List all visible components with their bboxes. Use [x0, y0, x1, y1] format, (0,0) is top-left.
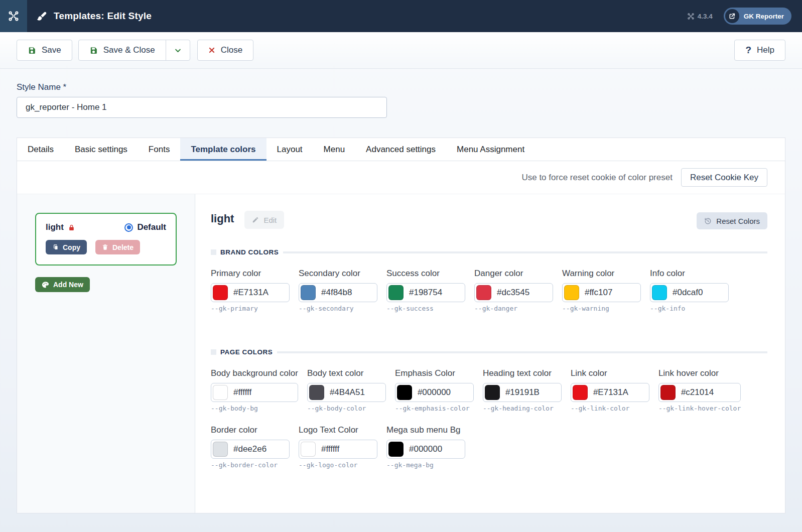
tab-advanced-settings[interactable]: Advanced settings [355, 138, 446, 161]
color-picker-input[interactable]: #19191B [483, 383, 562, 402]
pencil-icon [252, 216, 259, 223]
color-field-label: Border color [211, 425, 290, 435]
tab-basic-settings[interactable]: Basic settings [64, 138, 138, 161]
hex-value: #E7131A [233, 288, 269, 298]
color-picker-input[interactable]: #4f84b8 [299, 283, 377, 302]
save-close-button[interactable]: Save & Close [79, 40, 166, 60]
color-picker-input[interactable]: #dc3545 [474, 283, 553, 302]
reset-colors-button[interactable]: Reset Colors [697, 212, 767, 229]
copy-preset-button[interactable]: Copy [46, 240, 87, 254]
color-picker-input[interactable]: #ffffff [299, 440, 377, 459]
hex-value: #dc3545 [497, 288, 529, 298]
color-section: PAGE COLORSBody background color#ffffff-… [211, 348, 767, 469]
hex-value: #ffffff [233, 387, 251, 397]
color-swatch [485, 385, 500, 400]
hex-value: #dee2e6 [233, 444, 266, 454]
delete-preset-button[interactable]: Delete [95, 240, 140, 254]
color-field-label: Body background color [211, 368, 298, 378]
color-picker-input[interactable]: #198754 [386, 283, 465, 302]
css-var-name: --gk-body-color [307, 405, 386, 412]
default-radio[interactable] [124, 223, 133, 232]
color-swatch [309, 385, 324, 400]
color-picker-input[interactable]: #E7131A [211, 283, 290, 302]
color-picker-input[interactable]: #000000 [386, 440, 465, 459]
style-name-label: Style Name * [17, 82, 785, 92]
color-field: Body text color#4B4A51--gk-body-color [307, 368, 386, 412]
color-field: Info color#0dcaf0--gk-info [650, 269, 729, 312]
color-swatch [388, 442, 404, 457]
copy-icon [52, 244, 59, 250]
color-picker-input[interactable]: #000000 [395, 383, 474, 402]
color-picker-input[interactable]: #dee2e6 [211, 440, 290, 459]
color-field-label: Body text color [307, 368, 386, 378]
tab-fonts[interactable]: Fonts [138, 138, 181, 161]
close-icon [208, 47, 215, 54]
preset-card-light: light Default [35, 213, 177, 265]
external-link-icon [725, 9, 739, 23]
tab-details[interactable]: Details [17, 138, 64, 161]
edit-preset-button[interactable]: Edit [244, 211, 284, 229]
tab-menu-assignment[interactable]: Menu Assignment [446, 138, 535, 161]
color-field: Body background color#ffffff--gk-body-bg [211, 368, 298, 412]
color-picker-input[interactable]: #ffc107 [562, 283, 641, 302]
color-field-label: Logo Text Color [299, 425, 377, 435]
color-swatch [476, 285, 491, 300]
color-field: Danger color#dc3545--gk-danger [474, 269, 553, 312]
save-button[interactable]: Save [17, 40, 72, 61]
joomla-logo-icon[interactable] [0, 0, 27, 32]
page-title: Templates: Edit Style [54, 11, 152, 22]
toolbar: Save Save & Close Close ? He [0, 32, 802, 69]
save-icon [89, 46, 98, 55]
color-picker-input[interactable]: #4B4A51 [307, 383, 386, 402]
hex-value: #ffc107 [585, 288, 612, 298]
presets-panel: light Default [17, 194, 195, 513]
color-field-label: Warning color [562, 269, 641, 279]
tab-menu[interactable]: Menu [313, 138, 356, 161]
user-menu-button[interactable]: GK Reporter [724, 8, 791, 25]
color-field: Link color#E7131A--gk-link-color [571, 368, 649, 412]
help-button[interactable]: ? Help [734, 40, 785, 61]
section-title: PAGE COLORS [220, 348, 273, 356]
color-picker-input[interactable]: #c21014 [658, 383, 741, 402]
reset-cookie-key-button[interactable]: Reset Cookie Key [681, 168, 767, 187]
preset-editor-title: light [211, 212, 234, 225]
save-close-button-group: Save & Close [78, 40, 190, 61]
question-mark-icon: ? [745, 45, 751, 56]
color-swatch [301, 285, 316, 300]
style-name-input[interactable] [17, 97, 387, 118]
color-field-label: Info color [650, 269, 729, 279]
color-picker-input[interactable]: #0dcaf0 [650, 283, 729, 302]
default-radio-label[interactable]: Default [137, 222, 166, 232]
save-options-dropdown-button[interactable] [166, 40, 190, 60]
tab-bar: DetailsBasic settingsFontsTemplate color… [17, 138, 785, 161]
hex-value: #0dcaf0 [673, 288, 703, 298]
color-field-label: Danger color [474, 269, 553, 279]
color-picker-input[interactable]: #ffffff [211, 383, 298, 402]
color-swatch [213, 442, 228, 457]
color-picker-input[interactable]: #E7131A [571, 383, 649, 402]
color-field-label: Heading text color [483, 368, 562, 378]
color-swatch [301, 442, 316, 457]
color-field: Primary color#E7131A--gk-primary [211, 269, 290, 312]
color-swatch [397, 385, 412, 400]
default-radio-group[interactable]: Default [124, 222, 166, 232]
color-field-label: Secondary color [299, 269, 377, 279]
color-swatch [388, 285, 404, 300]
edit-style-card: DetailsBasic settingsFontsTemplate color… [17, 138, 785, 513]
add-new-preset-button[interactable]: Add New [35, 277, 90, 292]
color-field: Border color#dee2e6--gk-border-color [211, 425, 290, 469]
color-swatch [564, 285, 579, 300]
color-field: Logo Text Color#ffffff--gk-logo-color [299, 425, 377, 469]
tab-template-colors[interactable]: Template colors [180, 138, 266, 161]
color-swatch [213, 285, 228, 300]
close-button[interactable]: Close [197, 40, 253, 61]
app-header: Templates: Edit Style 4.3.4 [0, 0, 802, 32]
tab-layout[interactable]: Layout [266, 138, 313, 161]
cookie-hint-text: Use to force reset cookie of color prese… [521, 173, 672, 183]
section-divider-line [277, 351, 767, 353]
css-var-name: --gk-info [650, 305, 729, 312]
section-divider-line [283, 251, 767, 253]
color-field: Link hover color#c21014--gk-link-hover-c… [658, 368, 741, 412]
hex-value: #19191B [505, 387, 540, 397]
color-swatch [573, 385, 588, 400]
